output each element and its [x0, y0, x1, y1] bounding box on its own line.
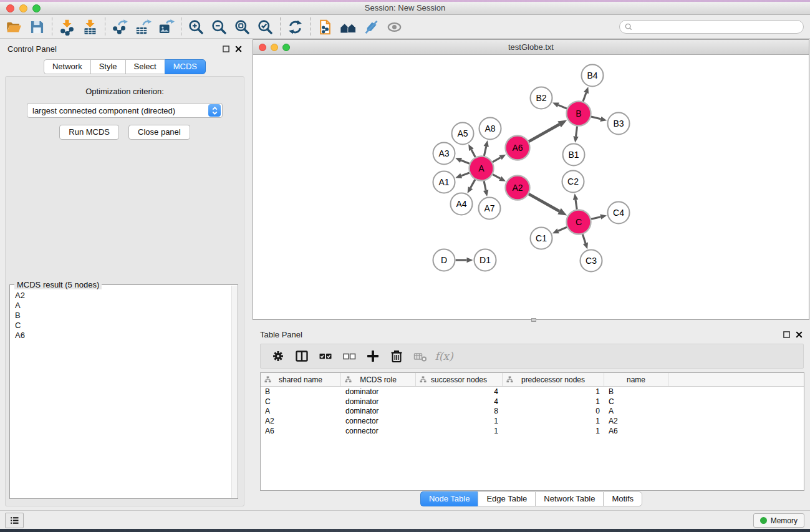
network-node-A3[interactable]: A3: [433, 143, 455, 165]
home-icon[interactable]: [337, 17, 360, 37]
network-canvas[interactable]: B4B2BB3A8A5A6A3B1AC2A1A2A4A7C4CC1C3DD1: [253, 55, 809, 319]
network-node-A8[interactable]: A8: [480, 118, 501, 140]
split-columns-icon[interactable]: [290, 345, 314, 367]
network-edge: [529, 194, 567, 215]
tab-network-table[interactable]: Network Table: [535, 491, 603, 506]
network-node-A7[interactable]: A7: [479, 198, 501, 220]
network-minimize-button[interactable]: [271, 44, 278, 51]
zoom-fit-icon[interactable]: [231, 17, 254, 37]
network-close-button[interactable]: [259, 44, 266, 51]
tab-edge-table[interactable]: Edge Table: [478, 491, 535, 506]
column-header-name[interactable]: name: [604, 373, 668, 386]
export-network-icon[interactable]: [108, 17, 132, 37]
result-list-item[interactable]: C: [11, 321, 230, 331]
refresh-icon[interactable]: [284, 17, 307, 37]
network-node-D[interactable]: D: [433, 249, 455, 271]
float-panel-icon[interactable]: [223, 46, 229, 52]
gear-icon[interactable]: [266, 345, 290, 367]
network-edge: [573, 126, 578, 142]
network-node-A2[interactable]: A2: [506, 176, 530, 200]
svg-text:A7: A7: [484, 203, 494, 213]
result-list-item[interactable]: A2: [11, 291, 230, 301]
memory-button[interactable]: Memory: [753, 513, 804, 528]
node-table[interactable]: shared nameMCDS rolesuccessor nodesprede…: [260, 372, 804, 491]
table-row[interactable]: A6connector11A6: [261, 426, 804, 436]
zoom-in-icon[interactable]: [185, 17, 208, 37]
run-mcds-button[interactable]: Run MCDS: [59, 125, 119, 140]
network-node-C4[interactable]: C4: [608, 202, 630, 224]
column-header-predecessor-nodes[interactable]: predecessor nodes: [503, 373, 604, 386]
import-table-icon[interactable]: [79, 17, 102, 37]
network-node-A6[interactable]: A6: [506, 136, 530, 160]
delete-column-icon[interactable]: [385, 345, 408, 367]
deselect-all-icon[interactable]: [337, 345, 361, 367]
network-node-B4[interactable]: B4: [582, 65, 604, 87]
network-node-B[interactable]: B: [567, 102, 591, 126]
network-window-titlebar[interactable]: testGlobe.txt: [253, 40, 809, 55]
search-input[interactable]: [635, 22, 799, 31]
control-panel: Control Panel NetworkStyleSelectMCDS Opt…: [0, 39, 249, 510]
table-row[interactable]: Adominator80A: [261, 406, 804, 416]
control-panel-title: Control Panel: [7, 44, 57, 54]
tab-motifs[interactable]: Motifs: [603, 491, 642, 506]
close-table-panel-icon[interactable]: [796, 331, 803, 338]
network-node-A[interactable]: A: [470, 157, 494, 181]
search-box[interactable]: [619, 20, 804, 34]
toolbar-separator: [280, 17, 281, 36]
result-list-item[interactable]: A6: [11, 331, 230, 341]
select-all-icon[interactable]: [314, 345, 337, 367]
float-table-panel-icon[interactable]: [783, 331, 790, 338]
close-panel-button[interactable]: Close panel: [128, 125, 190, 140]
network-edge: [493, 175, 506, 181]
column-header-MCDS-role[interactable]: MCDS role: [341, 373, 416, 386]
column-header-successor-nodes[interactable]: successor nodes: [416, 373, 503, 386]
table-row[interactable]: Bdominator41B: [261, 387, 804, 397]
network-node-B3[interactable]: B3: [608, 113, 630, 135]
network-node-C[interactable]: C: [567, 210, 591, 235]
table-row[interactable]: A2connector11A2: [261, 416, 804, 426]
close-window-button[interactable]: [6, 4, 14, 12]
table-row[interactable]: Cdominator41C: [261, 397, 804, 407]
task-history-button[interactable]: [5, 513, 24, 528]
zoom-window-button[interactable]: [32, 4, 41, 12]
tab-select[interactable]: Select: [125, 59, 165, 74]
svg-text:A4: A4: [456, 199, 466, 209]
network-node-C1[interactable]: C1: [531, 228, 552, 249]
zoom-out-icon[interactable]: [208, 17, 231, 37]
zoom-selected-icon[interactable]: [254, 17, 277, 37]
criterion-dropdown[interactable]: largest connected component (directed): [27, 103, 223, 118]
tab-mcds[interactable]: MCDS: [165, 59, 206, 74]
eye-icon[interactable]: [383, 17, 406, 37]
import-network-icon[interactable]: [55, 17, 79, 37]
minimize-window-button[interactable]: [19, 4, 27, 12]
network-node-C2[interactable]: C2: [562, 171, 584, 193]
label-hide-icon[interactable]: [360, 17, 383, 37]
column-header-shared-name[interactable]: shared name: [261, 373, 341, 386]
export-table-icon[interactable]: [132, 17, 155, 37]
network-node-B1[interactable]: B1: [563, 144, 585, 166]
close-panel-icon[interactable]: [235, 46, 242, 52]
network-resize-grip[interactable]: [531, 318, 536, 322]
save-icon[interactable]: [26, 17, 49, 37]
svg-text:B3: B3: [613, 118, 624, 128]
mcds-result-list[interactable]: A2ABCA6: [11, 291, 230, 497]
add-column-icon[interactable]: [361, 345, 385, 367]
network-node-A5[interactable]: A5: [452, 123, 474, 145]
network-node-A4[interactable]: A4: [451, 193, 473, 215]
result-list-scrollbar[interactable]: [231, 286, 237, 498]
result-list-item[interactable]: B: [11, 311, 230, 321]
folder-open-icon[interactable]: [2, 17, 26, 37]
network-node-A1[interactable]: A1: [433, 172, 455, 193]
network-node-C3[interactable]: C3: [581, 250, 602, 272]
tab-node-table[interactable]: Node Table: [420, 491, 478, 506]
document-network-icon[interactable]: [314, 17, 337, 37]
status-bar: Memory: [0, 510, 810, 529]
tab-network[interactable]: Network: [44, 59, 90, 74]
result-list-item[interactable]: A: [11, 301, 230, 311]
network-zoom-button[interactable]: [282, 44, 290, 51]
main-toolbar: [0, 16, 810, 39]
network-node-D1[interactable]: D1: [475, 249, 496, 271]
network-node-B2[interactable]: B2: [531, 87, 552, 109]
export-image-icon[interactable]: [155, 17, 178, 37]
tab-style[interactable]: Style: [90, 59, 125, 74]
